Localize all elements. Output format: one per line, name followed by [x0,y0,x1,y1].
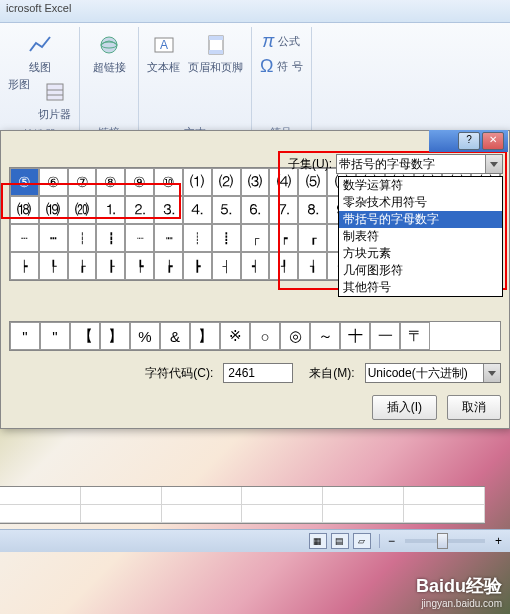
subset-option[interactable]: 几何图形符 [339,262,502,279]
app-titlebar: icrosoft Excel [0,0,510,23]
subset-label: 子集(U): [288,156,332,173]
help-button[interactable]: ? [458,132,480,150]
symbol-cell[interactable]: ┉ [154,224,183,252]
code-label: 字符代码(C): [145,365,213,382]
view-break-icon[interactable]: ▱ [353,533,371,549]
symbol-cell[interactable]: ┊ [183,224,212,252]
textbox-icon: A [150,31,178,59]
insert-button[interactable]: 插入(I) [372,395,437,420]
recent-symbol-cell[interactable]: 〒 [400,322,430,350]
subset-option[interactable]: 其他符号 [339,279,502,296]
svg-rect-8 [209,36,223,40]
recent-symbol-cell[interactable]: 一 [370,322,400,350]
header-footer-button[interactable]: 页眉和页脚 [184,29,247,76]
from-label: 来自(M): [309,365,354,382]
symbol-cell[interactable]: ┈ [125,224,154,252]
cancel-button[interactable]: 取消 [447,395,501,420]
line-chart-icon [26,31,54,59]
from-combo[interactable]: Unicode(十六进制) [365,363,501,383]
symbol-cell[interactable]: ┌ [241,224,270,252]
dialog-titlebar: ? ✕ [429,130,508,152]
status-bar: ▦ ▤ ▱ − + [0,529,510,552]
pi-icon: π [262,31,274,52]
subset-option[interactable]: 制表符 [339,228,502,245]
svg-text:A: A [159,38,167,52]
view-layout-icon[interactable]: ▤ [331,533,349,549]
recent-symbol-cell[interactable]: 】 [190,322,220,350]
symbol-cell[interactable]: ┄ [10,224,39,252]
symbol-cell[interactable]: ┋ [212,224,241,252]
slicer-button[interactable]: 切片器 [34,76,75,123]
recent-symbol-cell[interactable]: ○ [250,322,280,350]
symbol-cell[interactable]: ┢ [154,252,183,280]
recent-symbol-cell[interactable]: ※ [220,322,250,350]
zoom-plus[interactable]: + [495,534,502,548]
recent-symbol-cell[interactable]: ～ [310,322,340,350]
symbol-cell[interactable]: ⒌ [212,196,241,224]
sparkline-line-button[interactable]: 线图 [22,29,58,76]
symbol-cell[interactable]: ┥ [241,252,270,280]
zoom-slider[interactable] [405,539,485,543]
symbol-cell[interactable]: ⒍ [241,196,270,224]
recent-symbol-cell[interactable]: & [160,322,190,350]
chevron-down-icon[interactable] [483,364,500,382]
close-button[interactable]: ✕ [482,132,504,150]
zoom-minus[interactable]: − [388,534,395,548]
symbol-cell[interactable]: ┟ [68,252,97,280]
textbox-button[interactable]: A文本框 [143,29,184,76]
symbol-button[interactable]: Ω符 号 [256,54,307,79]
subset-option[interactable]: 零杂技术用符号 [339,194,502,211]
recent-symbol-cell[interactable]: 【 [70,322,100,350]
svg-rect-9 [209,50,223,54]
recent-symbols-row: ""【】%&】※○◎～十一〒 [9,321,501,351]
symbol-cell[interactable]: ┠ [96,252,125,280]
symbol-dialog: 子集(U): 带括号的字母数字 数学运算符 零杂技术用符号 带括号的字母数字 制… [0,130,510,429]
symbol-cell[interactable]: ┝ [10,252,39,280]
symbol-cell[interactable]: ┇ [96,224,125,252]
recent-symbol-cell[interactable]: 】 [100,322,130,350]
omega-icon: Ω [260,56,273,77]
code-field[interactable]: 2461 [223,363,293,383]
sparkline-bar-button[interactable]: 形图 [4,76,34,123]
symbol-cell[interactable]: ⑵ [212,168,241,196]
annotation-circled [1,183,181,219]
recent-symbol-cell[interactable]: " [40,322,70,350]
equation-button[interactable]: π公式 [258,29,304,54]
recent-symbol-cell[interactable]: 十 [340,322,370,350]
view-normal-icon[interactable]: ▦ [309,533,327,549]
ribbon: 线图 形图 切片器 筛选器 超链接 链接 A文本框 页眉和页脚 文本 π公式 Ω… [0,23,510,147]
subset-combo[interactable]: 带括号的字母数字 [336,154,503,174]
subset-option[interactable]: 带括号的字母数字 [339,211,502,228]
subset-option[interactable]: 数学运算符 [339,177,502,194]
svg-point-3 [101,37,117,53]
symbol-cell[interactable]: ⑴ [183,168,212,196]
symbol-cell[interactable]: ┤ [212,252,241,280]
subset-option[interactable]: 方块元素 [339,245,502,262]
symbol-cell[interactable]: ⑶ [241,168,270,196]
watermark: Baidu经验 jingyan.baidu.com [416,574,502,609]
recent-symbol-cell[interactable]: " [10,322,40,350]
recent-symbol-cell[interactable]: % [130,322,160,350]
symbol-cell[interactable]: ┣ [183,252,212,280]
svg-rect-0 [47,84,63,100]
worksheet[interactable] [0,486,485,524]
hyperlink-button[interactable]: 超链接 [89,29,130,76]
symbol-cell[interactable]: ┡ [125,252,154,280]
symbol-cell[interactable]: ┆ [68,224,97,252]
header-footer-icon [202,31,230,59]
symbol-cell[interactable]: ┅ [39,224,68,252]
subset-listbox: 数学运算符 零杂技术用符号 带括号的字母数字 制表符 方块元素 几何图形符 其他… [338,176,503,297]
hyperlink-icon [95,31,123,59]
chevron-down-icon[interactable] [485,155,502,173]
slicer-icon [41,78,69,106]
recent-symbol-cell[interactable]: ◎ [280,322,310,350]
symbol-cell[interactable]: ┞ [39,252,68,280]
symbol-cell[interactable]: ⒋ [183,196,212,224]
